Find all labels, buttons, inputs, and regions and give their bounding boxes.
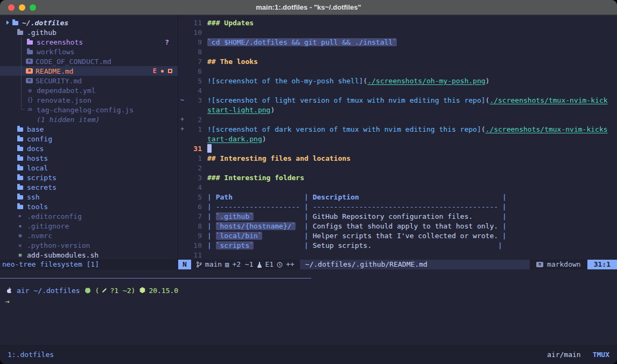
folder-icon [26,48,34,55]
tree-item-1-hidden-item[interactable]: (1 hidden item) [0,115,178,124]
editor-line[interactable]: 5![screenshot of the oh-my-posh shell](.… [178,76,617,85]
minimize-button[interactable] [19,4,25,11]
square-icon [16,252,24,258]
markdown-file-icon [26,68,33,74]
editor-line[interactable]: 9| `local/bin` | Helper scripts that I'v… [178,231,617,240]
git-dirty-counts: ?1 ~2) [110,287,135,295]
tree-item-python-version[interactable]: .python-version [0,240,178,250]
mode-indicator: N [178,260,191,269]
editor-line[interactable]: 8| `hosts/{hostname}/` | Configs that sh… [178,221,617,231]
editor-line[interactable]: ~3![screenshot of light version of tmux … [178,95,617,105]
terminal-pane[interactable]: air ~/.dotfiles ( ?1 ~2) 20.15.0 → [0,269,617,345]
tree-item-editorconfig[interactable]: .editorconfig [0,211,178,221]
tree-item-dotfiles[interactable]: ~/.dotfiles [0,18,178,27]
tree-item-label: base [27,125,44,133]
folder-icon [16,203,24,210]
tree-item-code-of-conduct-md[interactable]: CODE_OF_CONDUCT.md [0,56,178,66]
folder-icon [16,145,24,152]
editor-line[interactable]: 8 [178,47,617,56]
line-number: 9 [187,38,202,46]
tree-item-docs[interactable]: docs [0,144,178,153]
terminal-window: main:1:.dotfiles - "ks~/.dotfiles" ~/.do… [0,0,617,364]
editor-line[interactable]: +1![screenshot of dark version of tmux w… [178,124,617,134]
shell-prompt: air ~/.dotfiles ( ?1 ~2) 20.15.0 [5,286,178,295]
editor-line[interactable]: +2 [178,115,617,124]
zoom-button[interactable] [30,4,36,11]
tree-item-label: .github [27,28,57,37]
tree-item-base[interactable]: base [0,124,178,134]
line-number: 3 [187,96,202,104]
tree-item-local[interactable]: local [0,163,178,173]
editor-line[interactable]: 7| `.github` | GitHub Repository configu… [178,211,617,221]
editor-line[interactable]: 4 [178,85,617,95]
editor-line[interactable]: 3### Interesting folders [178,173,617,182]
tree-item-tag-changelog-config-js[interactable]: tag-changelog-config.js [0,105,178,115]
line-text: start-light.png) [207,106,275,114]
tree-item-dependabot-yml[interactable]: dependabot.yml [0,85,178,95]
editor-line[interactable]: 4 [178,182,617,192]
tree-item-github[interactable]: .github [0,27,178,37]
line-number: 7 [187,58,202,66]
line-text: | `.github` | GitHub Repository configur… [207,212,507,220]
modified-dot-icon [161,70,164,73]
close-button[interactable] [8,4,15,11]
editor-line[interactable]: 5| Path | Description | [178,192,617,202]
tree-item-secrets[interactable]: secrets [0,182,178,192]
line-text [207,144,212,153]
line-number: 31 [187,145,202,153]
line-number: 10 [187,28,202,37]
markdown-file-icon [26,78,33,83]
git-info-section: main +2 ~1 E1 ++ [191,260,300,269]
tree-item-tools[interactable]: tools [0,202,178,211]
command-input-line[interactable]: → [5,297,10,307]
tree-item-gitignore[interactable]: .gitignore [0,221,178,231]
editor-line[interactable]: 6| -------------------- | --------------… [178,202,617,211]
line-number: 10 [187,241,202,249]
editor-line[interactable]: 2 [178,163,617,173]
line-text: ## Interesting files and locations [207,154,350,162]
editor-line[interactable]: 1## Interesting files and locations [178,153,617,163]
editor-line[interactable]: tart-dark.png) [178,134,617,144]
editor-line[interactable]: start-light.png) [178,105,617,115]
tree-item-screenshots[interactable]: screenshots? [0,37,178,47]
folder-icon [16,165,24,171]
editor-line[interactable]: 10 [178,27,617,37]
tree-item-nvmrc[interactable]: .nvmrc [0,231,178,240]
tree-item-label: secrets [27,183,57,191]
tree-item-config[interactable]: config [0,134,178,144]
cursor-position: 31:1 [587,260,617,269]
apple-icon [5,287,12,294]
editor-line[interactable]: 6 [178,66,617,76]
editor-line[interactable]: 7## The looks [178,56,617,66]
line-text: ### Updates [207,19,254,27]
tree-item-label: .gitignore [27,222,69,230]
tree-item-workflows[interactable]: workflows [0,47,178,56]
tree-item-scripts[interactable]: scripts [0,173,178,182]
tree-item-ssh[interactable]: ssh [0,192,178,202]
tmux-window-name[interactable]: 1:.dotfiles [8,351,54,359]
tree-item-renovate-json[interactable]: renovate.json [0,95,178,105]
editor-lines: 11### Updates109`cd $HOME/.dotfiles && g… [178,18,617,260]
tree-item-label: scripts [27,174,57,182]
window-title: main:1:.dotfiles - "ks~/.dotfiles" [256,3,361,11]
tree-item-label: screenshots [37,38,83,46]
diamond-icon [16,223,24,229]
tree-item-add-submodules-sh[interactable]: add-submodules.sh [0,250,178,260]
editor-line[interactable]: 31 [178,144,617,153]
file-status-markers: E [153,67,178,75]
tree-item-security-md[interactable]: SECURITY.md [0,76,178,85]
tree-indent-guide [21,38,22,110]
editor[interactable]: 11### Updates109`cd $HOME/.dotfiles && g… [178,15,617,260]
editor-line[interactable]: 10| `scripts` | Setup scripts. | [178,240,617,250]
clock-icon [277,262,283,268]
line-text: | `hosts/{hostname}/` | Configs that sho… [207,222,507,230]
line-number: 3 [187,174,202,182]
editor-line[interactable]: 9`cd $HOME/.dotfiles && git pull && ./in… [178,37,617,47]
statusline-extra: ++ [286,260,295,269]
tree-item-hosts[interactable]: hosts [0,153,178,163]
git-paren-open: ( [95,287,100,295]
editor-line[interactable]: 11### Updates [178,18,617,27]
unstaged-square-icon [168,69,172,73]
tree-item-readme-md[interactable]: README.mdE [0,66,178,76]
editor-line[interactable]: 11 [178,250,617,260]
